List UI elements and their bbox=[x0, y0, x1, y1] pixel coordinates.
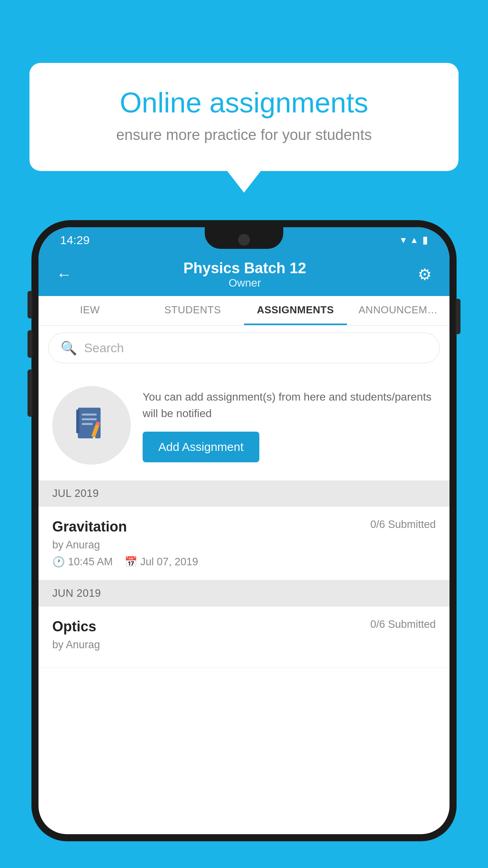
tab-assignments[interactable]: ASSIGNMENTS bbox=[244, 296, 347, 325]
promo-text: You can add assignment(s) from here and … bbox=[143, 389, 436, 462]
battery-icon: ▮ bbox=[422, 234, 428, 246]
phone-vol-up-button bbox=[28, 291, 32, 318]
section-header-jul: JUL 2019 bbox=[39, 480, 449, 507]
back-button[interactable]: ← bbox=[56, 266, 72, 283]
tab-iew[interactable]: IEW bbox=[39, 296, 141, 325]
phone-vol-down-button bbox=[28, 330, 32, 358]
wifi-icon: ▾ bbox=[401, 234, 406, 246]
phone-power-button bbox=[456, 299, 460, 334]
search-input[interactable]: Search bbox=[84, 341, 124, 355]
search-icon: 🔍 bbox=[61, 340, 77, 356]
app-bar-subtitle: Owner bbox=[183, 277, 306, 289]
assignment-time: 10:45 AM bbox=[68, 556, 113, 568]
assignment-name: Gravitation bbox=[52, 519, 127, 535]
section-header-jun: JUN 2019 bbox=[39, 580, 449, 607]
speech-bubble-arrow bbox=[226, 170, 262, 193]
search-container: 🔍 Search bbox=[39, 326, 449, 370]
status-icons: ▾ ▲ ▮ bbox=[401, 234, 428, 246]
tab-students[interactable]: STUDENTS bbox=[141, 296, 244, 325]
assignment-by-optics: by Anurag bbox=[52, 639, 436, 651]
assignment-meta: 🕐 10:45 AM 📅 Jul 07, 2019 bbox=[52, 556, 436, 568]
assignment-item-optics[interactable]: Optics 0/6 Submitted by Anurag bbox=[39, 607, 449, 668]
assignment-by: by Anurag bbox=[52, 539, 436, 551]
app-bar-title: Physics Batch 12 bbox=[183, 260, 306, 277]
app-bar: ← Physics Batch 12 Owner ⚙ bbox=[39, 253, 449, 296]
assignment-item-gravitation[interactable]: Gravitation 0/6 Submitted by Anurag 🕐 10… bbox=[39, 507, 449, 580]
add-assignment-button[interactable]: Add Assignment bbox=[143, 432, 259, 462]
tabs-bar: IEW STUDENTS ASSIGNMENTS ANNOUNCEM… bbox=[39, 296, 449, 326]
assignment-date: Jul 07, 2019 bbox=[140, 556, 198, 568]
calendar-icon: 📅 bbox=[125, 556, 137, 568]
speech-bubble-title: Online assignments bbox=[57, 86, 431, 119]
phone-notch bbox=[205, 227, 283, 249]
status-time: 14:29 bbox=[60, 234, 90, 247]
signal-icon: ▲ bbox=[410, 235, 418, 245]
main-content: 🔍 Search bbox=[39, 326, 449, 668]
svg-rect-1 bbox=[82, 414, 97, 416]
promo-description: You can add assignment(s) from here and … bbox=[143, 389, 436, 422]
assignment-name-optics: Optics bbox=[52, 618, 96, 635]
tab-announcements[interactable]: ANNOUNCEM… bbox=[347, 296, 450, 325]
assignment-submitted-optics: 0/6 Submitted bbox=[370, 618, 436, 631]
promo-card: You can add assignment(s) from here and … bbox=[39, 370, 449, 480]
phone-camera-button bbox=[28, 370, 32, 417]
speech-bubble: Online assignments ensure more practice … bbox=[29, 63, 459, 171]
clock-icon: 🕐 bbox=[52, 556, 65, 568]
speech-bubble-subtitle: ensure more practice for your students bbox=[57, 127, 431, 143]
svg-rect-3 bbox=[82, 423, 93, 425]
assignment-submitted: 0/6 Submitted bbox=[370, 519, 436, 531]
notebook-icon bbox=[74, 406, 109, 445]
svg-rect-2 bbox=[82, 418, 97, 420]
phone: 14:29 ▾ ▲ ▮ ← Physics Batch 12 Owner ⚙ bbox=[31, 220, 457, 868]
settings-icon[interactable]: ⚙ bbox=[418, 265, 432, 283]
promo-icon-circle bbox=[52, 386, 131, 465]
search-box[interactable]: 🔍 Search bbox=[48, 333, 440, 363]
svg-rect-4 bbox=[76, 410, 79, 433]
